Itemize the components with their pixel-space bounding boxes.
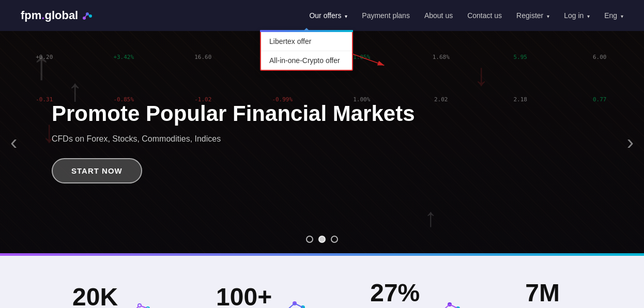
login-chevron: ▾ — [587, 13, 590, 19]
language-chevron: ▾ — [621, 13, 623, 19]
svg-line-6 — [352, 54, 384, 65]
nav-item-register[interactable]: Register ▾ — [516, 11, 549, 20]
nav-item-our-offers[interactable]: Our offers ▾ — [309, 11, 347, 20]
dropdown-menu: Libertex offer All-in-one-Crypto offer — [260, 30, 353, 71]
hero-title: Promote Popular Financial Markets — [52, 101, 415, 127]
our-offers-dropdown: Libertex offer All-in-one-Crypto offer — [260, 30, 353, 71]
dropdown-item-crypto[interactable]: All-in-one-Crypto offer — [261, 51, 352, 70]
red-arrow-indicator — [348, 50, 389, 70]
stat-item-payouts: 7M AVG. MONTHLYPAYOUTS — [494, 281, 603, 308]
carousel-dot-3[interactable] — [331, 236, 338, 243]
hero-content: Promote Popular Financial Markets CFDs o… — [0, 101, 415, 183]
stats-section: 20K PARTNERSWORLDWIDE 100+ SUPPORTEDCOUN… — [0, 256, 644, 308]
contact-us-link[interactable]: Contact us — [467, 11, 502, 20]
login-link[interactable]: Log in ▾ — [564, 11, 590, 20]
stat-number-countries: 100+ SUPPORTEDCOUNTRIES — [216, 285, 272, 308]
dropdown-item-libertex[interactable]: Libertex offer — [261, 32, 352, 51]
nav-item-login[interactable]: Log in ▾ — [564, 11, 590, 20]
nav-item-payment-plans[interactable]: Payment plans — [362, 11, 410, 20]
svg-line-3 — [84, 14, 87, 18]
logo-text: fpm.global — [21, 9, 78, 22]
stat-number-conversion: 27% AVG. CONVERSIONRATIO — [370, 281, 427, 308]
svg-point-10 — [139, 304, 141, 306]
logo-icon — [82, 11, 93, 20]
nav-item-contact-us[interactable]: Contact us — [467, 11, 502, 20]
about-us-link[interactable]: About us — [424, 11, 453, 20]
our-offers-chevron: ▾ — [345, 13, 347, 19]
nav-item-language[interactable]: Eng ▾ — [604, 11, 623, 20]
stat-icon-conversion — [437, 296, 463, 308]
carousel-dots — [306, 236, 338, 243]
register-link[interactable]: Register ▾ — [516, 11, 549, 20]
navbar: fpm.global Our offers ▾ Payment plans Ab… — [0, 0, 644, 31]
stat-icon-countries — [282, 296, 308, 308]
carousel-next-button[interactable]: › — [627, 131, 634, 154]
nav-item-about-us[interactable]: About us — [424, 11, 453, 20]
language-link[interactable]: Eng ▾ — [604, 11, 623, 20]
carousel-dot-2[interactable] — [318, 236, 326, 243]
register-chevron: ▾ — [547, 13, 549, 19]
payment-plans-link[interactable]: Payment plans — [362, 11, 410, 20]
our-offers-link[interactable]: Our offers ▾ — [309, 11, 347, 20]
bg-arrow-down-2: ↓ — [473, 57, 489, 93]
stat-number-partners: 20K PARTNERSWORLDWIDE — [72, 285, 118, 308]
stat-item-conversion: 27% AVG. CONVERSIONRATIO — [339, 281, 494, 308]
stat-item-partners: 20K PARTNERSWORLDWIDE — [41, 285, 185, 308]
hero-subtitle: CFDs on Forex, Stocks, Commodities, Indi… — [52, 134, 415, 144]
stat-icon-partners — [128, 296, 154, 308]
logo[interactable]: fpm.global — [21, 9, 93, 22]
bg-arrow-up-3: ↑ — [424, 203, 437, 233]
bg-arrow-up-1: ↑ — [31, 41, 52, 89]
start-now-button[interactable]: START NOW — [52, 158, 142, 183]
stat-item-countries: 100+ SUPPORTEDCOUNTRIES — [185, 285, 339, 308]
nav-links: Our offers ▾ Payment plans About us Cont… — [309, 11, 623, 20]
carousel-dot-1[interactable] — [306, 236, 313, 243]
stat-number-payouts: 7M AVG. MONTHLYPAYOUTS — [525, 281, 572, 308]
